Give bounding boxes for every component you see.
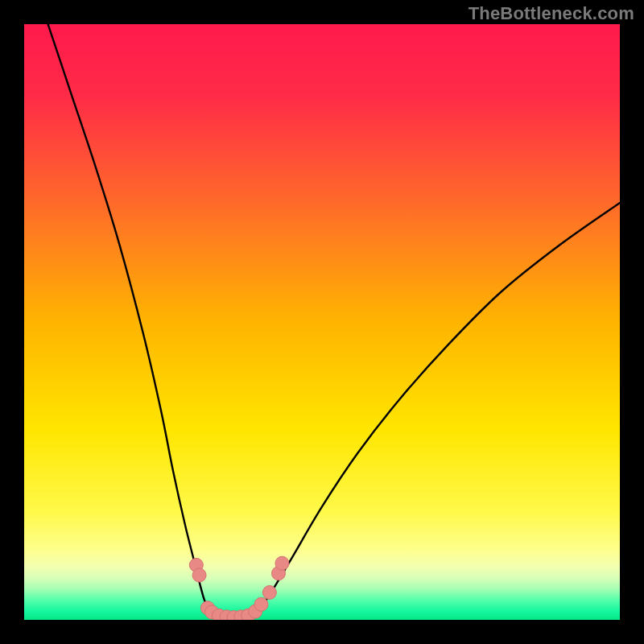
data-marker bbox=[192, 568, 206, 582]
plot-area bbox=[24, 24, 620, 620]
chart-frame: TheBottleneck.com bbox=[0, 0, 644, 644]
data-markers bbox=[189, 556, 289, 620]
data-marker bbox=[254, 597, 268, 611]
data-marker bbox=[262, 585, 276, 599]
curve-left-branch bbox=[48, 24, 213, 615]
curve-layer bbox=[24, 24, 620, 620]
data-marker bbox=[275, 556, 289, 570]
curve-right-branch bbox=[254, 203, 620, 615]
watermark-text: TheBottleneck.com bbox=[469, 3, 634, 24]
